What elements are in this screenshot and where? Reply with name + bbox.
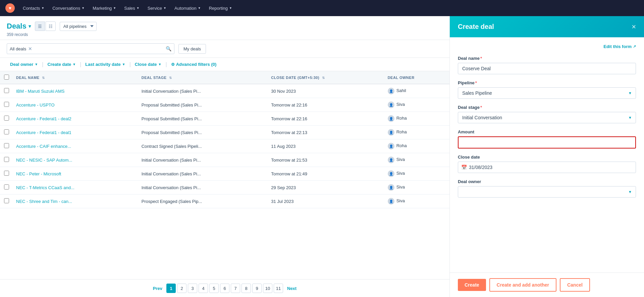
list-view-button[interactable]: ☰	[35, 22, 45, 31]
deal-owner-cell: 👤Sahil	[384, 84, 449, 98]
page-btn-6[interactable]: 6	[220, 284, 229, 293]
col-deal-stage[interactable]: Deal Stage ⇅	[138, 71, 267, 84]
filter-create-date[interactable]: Create date ▼	[44, 60, 79, 68]
deal-name-link[interactable]: Accenture - USPTO	[16, 102, 55, 108]
create-and-add-another-button[interactable]: Create and add another	[489, 278, 556, 292]
deal-name-link[interactable]: IBM - Maruti Suzuki AMS	[16, 89, 64, 94]
avatar: 👤	[388, 198, 394, 205]
page-btn-2[interactable]: 2	[177, 284, 186, 293]
deal-name-link[interactable]: Accenture - CAIF enhance...	[16, 144, 71, 149]
avatar: 👤	[388, 184, 394, 191]
deal-stage-cell: Initial Conversation (Sales Pi...	[138, 167, 267, 181]
deal-name-label: Deal name*	[458, 56, 636, 61]
row-checkbox[interactable]	[4, 102, 9, 107]
table-row: Accenture - Federal1 - deal2 Proposal Su…	[0, 112, 449, 126]
deal-name-link[interactable]: NEC - T-Metrics CCaaS and...	[16, 185, 74, 190]
row-checkbox[interactable]	[4, 88, 9, 93]
chevron-down-icon: ▼	[137, 6, 140, 10]
deal-name-link[interactable]: NEC - Shree and Tim - can...	[16, 199, 72, 204]
close-panel-button[interactable]: ×	[632, 23, 636, 31]
deal-owner-cell: 👤Roha	[384, 126, 449, 139]
nav-item-reporting[interactable]: Reporting ▼	[209, 6, 232, 11]
panel-footer: Create Create and add another Cancel	[450, 272, 644, 297]
deal-owner-cell: 👤Siva	[384, 195, 449, 208]
filter-close-date[interactable]: Close date ▼	[131, 60, 165, 68]
filter-deal-owner[interactable]: Deal owner ▼	[7, 60, 41, 68]
chevron-down-icon: ▼	[41, 6, 44, 10]
table-row: NEC - T-Metrics CCaaS and... Initial Con…	[0, 181, 449, 195]
nav-item-service[interactable]: Service ▼	[148, 6, 166, 11]
deal-name-link[interactable]: NEC - Peter - Microsoft	[16, 171, 61, 176]
prev-button[interactable]: Prev	[150, 285, 165, 292]
create-button[interactable]: Create	[458, 279, 486, 291]
filter-advanced[interactable]: ⚙ Advanced filters (0)	[168, 60, 220, 68]
row-checkbox[interactable]	[4, 143, 9, 148]
hubspot-logo[interactable]: ♥	[5, 3, 15, 13]
deal-stage-select-input[interactable]: Initial Conversation	[458, 112, 636, 123]
pipeline-select[interactable]: All pipelines	[60, 22, 97, 31]
amount-input[interactable]	[458, 136, 636, 148]
close-date-group: Close date 📅	[458, 155, 636, 173]
close-date-wrapper: 📅	[458, 162, 636, 173]
row-checkbox[interactable]	[4, 116, 9, 121]
grid-view-button[interactable]: ☷	[46, 22, 56, 31]
page-btn-4[interactable]: 4	[199, 284, 208, 293]
nav-item-marketing[interactable]: Marketing ▼	[93, 6, 116, 11]
search-icon[interactable]: 🔍	[166, 46, 171, 51]
chevron-down-icon: ▼	[82, 6, 85, 10]
close-date-cell: 29 Sep 2023	[267, 181, 383, 195]
deals-title: Deals ▾	[7, 22, 31, 31]
deal-name-link[interactable]: Accenture - Federal1 - deal2	[16, 116, 71, 121]
nav-item-conversations[interactable]: Conversations ▼	[52, 6, 85, 11]
close-date-input[interactable]	[458, 162, 636, 173]
table-row: Accenture - USPTO Proposal Submitted (Sa…	[0, 98, 449, 112]
page-btn-10[interactable]: 10	[263, 284, 272, 293]
search-value: All deals	[10, 46, 26, 51]
nav-item-contacts[interactable]: Contacts ▼	[23, 6, 44, 11]
sort-icon: ⇅	[322, 76, 325, 80]
select-all-checkbox[interactable]	[4, 75, 9, 80]
page-btn-5[interactable]: 5	[209, 284, 219, 293]
cancel-button[interactable]: Cancel	[560, 278, 590, 292]
pipeline-select-input[interactable]: Sales Pipeline	[458, 87, 636, 99]
deal-owner-cell: 👤Siva	[384, 167, 449, 181]
row-checkbox[interactable]	[4, 184, 9, 189]
deal-name-link[interactable]: Accenture - Federal1 - deal1	[16, 130, 71, 135]
edit-form-link[interactable]: Edit this form ↗	[458, 44, 636, 49]
title-chevron-icon[interactable]: ▾	[29, 24, 31, 29]
deal-name-input[interactable]	[458, 63, 636, 74]
deal-owner-cell: 👤Roha	[384, 112, 449, 126]
panel-body: Edit this form ↗ Deal name* Pipeline* Sa…	[450, 37, 644, 272]
deal-owner-select-input[interactable]	[458, 186, 636, 198]
page-btn-8[interactable]: 8	[241, 284, 251, 293]
nav-item-automation[interactable]: Automation ▼	[174, 6, 201, 11]
page-btn-1[interactable]: 1	[166, 284, 176, 293]
page-btn-11[interactable]: 11	[274, 284, 283, 293]
page-btn-9[interactable]: 9	[252, 284, 262, 293]
next-button[interactable]: Next	[284, 285, 299, 292]
page-btn-3[interactable]: 3	[188, 284, 197, 293]
my-deals-tab[interactable]: My deals	[178, 44, 206, 54]
row-checkbox[interactable]	[4, 157, 9, 162]
avatar: 👤	[388, 170, 394, 177]
deal-owner-label: Deal owner	[458, 179, 636, 184]
page-btn-7[interactable]: 7	[231, 284, 240, 293]
row-checkbox[interactable]	[4, 198, 9, 203]
pipeline-select-wrapper: Sales Pipeline	[458, 87, 636, 99]
deal-stage-cell: Proposal Submitted (Sales Pi...	[138, 126, 267, 139]
col-close-date[interactable]: Close Date (GMT+5:30) ⇅	[267, 71, 383, 84]
deal-owner-group: Deal owner	[458, 179, 636, 198]
row-checkbox[interactable]	[4, 171, 9, 176]
clear-icon[interactable]: ✕	[28, 46, 32, 51]
table-row: NEC - NESIC - SAP Autom... Initial Conve…	[0, 153, 449, 167]
row-checkbox[interactable]	[4, 129, 9, 134]
filter-last-activity-date[interactable]: Last activity date ▼	[82, 60, 128, 68]
deal-stage-select-wrapper: Initial Conversation	[458, 112, 636, 123]
deal-stage-cell: Initial Conversation (Sales Pi...	[138, 181, 267, 195]
close-date-cell: 31 Jul 2023	[267, 195, 383, 208]
col-deal-name[interactable]: Deal Name ⇅	[12, 71, 138, 84]
col-deal-owner[interactable]: Deal Owner	[384, 71, 449, 84]
nav-item-sales[interactable]: Sales ▼	[124, 6, 139, 11]
sort-icon: ⇅	[169, 76, 172, 80]
deal-name-link[interactable]: NEC - NESIC - SAP Autom...	[16, 158, 72, 163]
